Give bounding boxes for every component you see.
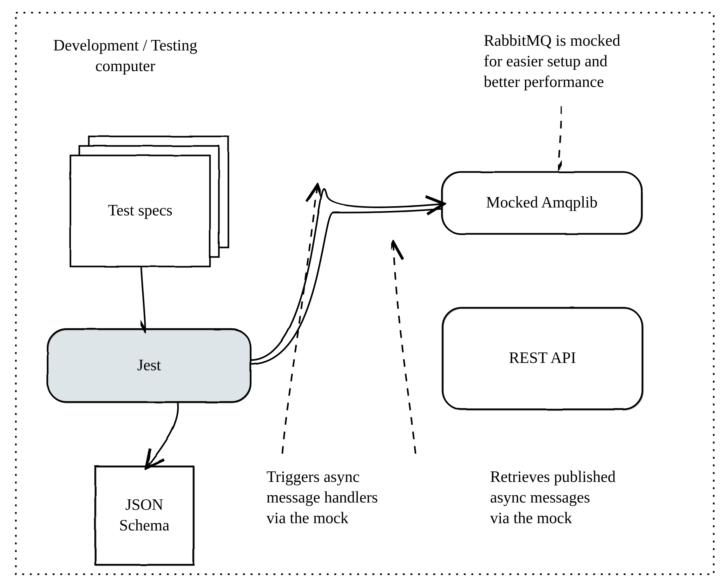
arrow-annotation-triggers: [282, 187, 317, 454]
jest-label: Jest: [48, 355, 251, 375]
diagram-canvas: Development / Testing computer Test spec…: [0, 0, 728, 585]
annotation-triggers: Triggers async message handlers via the …: [266, 466, 425, 528]
arrow-testspecs-to-jest: [141, 266, 145, 329]
annotation-rabbitmq: RabbitMQ is mocked for easier setup and …: [484, 30, 674, 92]
json-schema-label: JSON Schema: [95, 494, 193, 535]
test-specs-label: Test specs: [71, 200, 210, 221]
arrow-jest-to-jsonschema: [148, 402, 178, 466]
annotation-retrieves: Retrieves published async messages via t…: [490, 466, 658, 528]
arrow-jest-to-amqplib-2: [251, 209, 442, 364]
container-title: Development / Testing computer: [38, 35, 212, 76]
rest-api-label: REST API: [443, 347, 642, 368]
mocked-amqplib-label: Mocked Amqplib: [442, 192, 642, 212]
arrow-annotation-retrieves: [393, 244, 416, 454]
arrow-jest-to-amqplib-1: [251, 189, 442, 360]
arrow-annotation-rabbitmq: [558, 106, 562, 167]
